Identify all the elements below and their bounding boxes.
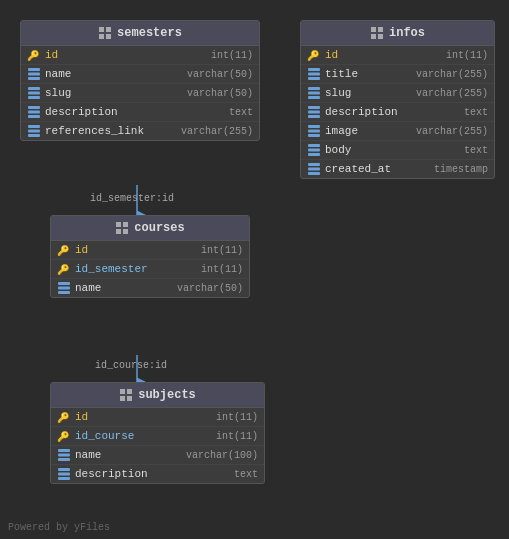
col-icon <box>307 86 321 100</box>
pk-icon: 🔑 <box>307 48 321 62</box>
svg-text:🔑: 🔑 <box>57 244 70 257</box>
table-row: description text <box>301 103 494 122</box>
col-name: slug <box>45 87 183 99</box>
col-name: id <box>75 411 212 423</box>
col-name: slug <box>325 87 412 99</box>
table-row: description text <box>51 465 264 483</box>
col-icon <box>27 86 41 100</box>
col-icon <box>27 67 41 81</box>
table-infos-name: infos <box>389 26 425 40</box>
svg-rect-6 <box>106 34 111 39</box>
svg-rect-29 <box>120 389 125 394</box>
svg-rect-26 <box>58 282 70 285</box>
col-icon <box>57 467 71 481</box>
svg-rect-47 <box>308 73 320 76</box>
table-row: 🔑 id int(11) <box>51 408 264 427</box>
svg-rect-35 <box>58 449 70 452</box>
svg-rect-44 <box>378 34 383 39</box>
table-subjects-header: subjects <box>51 383 264 408</box>
col-type: text <box>464 107 488 118</box>
svg-rect-48 <box>308 77 320 80</box>
table-row: references_link varchar(255) <box>21 122 259 140</box>
table-row: 🔑 id int(11) <box>51 241 249 260</box>
svg-rect-11 <box>28 87 40 90</box>
svg-text:🔑: 🔑 <box>57 263 70 276</box>
svg-rect-20 <box>116 222 121 227</box>
table-row: image varchar(255) <box>301 122 494 141</box>
svg-rect-12 <box>28 92 40 95</box>
col-icon <box>307 124 321 138</box>
table-semesters[interactable]: semesters 🔑 id int(11) name varchar(50) … <box>20 20 260 141</box>
col-type: varchar(255) <box>181 126 253 137</box>
svg-rect-38 <box>58 468 70 471</box>
svg-rect-21 <box>123 222 128 227</box>
table-row: name varchar(50) <box>51 279 249 297</box>
col-icon <box>307 67 321 81</box>
svg-rect-56 <box>308 130 320 133</box>
footer-text: Powered by yFiles <box>8 522 110 533</box>
svg-rect-60 <box>308 153 320 156</box>
relation-label-semester-course: id_semester:id <box>90 193 174 204</box>
svg-rect-50 <box>308 92 320 95</box>
col-icon <box>57 281 71 295</box>
svg-rect-49 <box>308 87 320 90</box>
svg-text:🔑: 🔑 <box>57 430 70 443</box>
table-courses[interactable]: courses 🔑 id int(11) 🔑 id_semester int(1… <box>50 215 250 298</box>
col-icon <box>307 143 321 157</box>
col-type: varchar(50) <box>177 283 243 294</box>
table-row: 🔑 id_course int(11) <box>51 427 264 446</box>
table-infos[interactable]: infos 🔑 id int(11) title varchar(255) sl… <box>300 20 495 179</box>
table-grid-icon <box>119 388 133 402</box>
col-type: int(11) <box>216 412 258 423</box>
col-name: name <box>75 282 173 294</box>
svg-rect-15 <box>28 111 40 114</box>
svg-rect-22 <box>116 229 121 234</box>
fk-icon: 🔑 <box>57 262 71 276</box>
table-subjects[interactable]: subjects 🔑 id int(11) 🔑 id_course int(11… <box>50 382 265 484</box>
col-name: body <box>325 144 460 156</box>
col-type: int(11) <box>211 50 253 61</box>
svg-text:🔑: 🔑 <box>57 411 70 424</box>
col-icon <box>307 162 321 176</box>
svg-rect-32 <box>127 396 132 401</box>
table-grid-icon <box>98 26 112 40</box>
table-grid-icon <box>370 26 384 40</box>
col-type: text <box>229 107 253 118</box>
table-row: slug varchar(50) <box>21 84 259 103</box>
svg-rect-46 <box>308 68 320 71</box>
table-grid-icon <box>115 221 129 235</box>
col-name: id <box>325 49 442 61</box>
svg-rect-40 <box>58 477 70 480</box>
fk-icon: 🔑 <box>57 429 71 443</box>
col-type: varchar(50) <box>187 88 253 99</box>
col-type: varchar(50) <box>187 69 253 80</box>
col-type: varchar(255) <box>416 88 488 99</box>
svg-rect-58 <box>308 144 320 147</box>
table-row: 🔑 id int(11) <box>301 46 494 65</box>
svg-rect-8 <box>28 68 40 71</box>
svg-rect-59 <box>308 149 320 152</box>
svg-rect-19 <box>28 134 40 137</box>
col-type: int(11) <box>216 431 258 442</box>
svg-rect-37 <box>58 458 70 461</box>
col-type: varchar(100) <box>186 450 258 461</box>
table-row: name varchar(100) <box>51 446 264 465</box>
table-semesters-name: semesters <box>117 26 182 40</box>
table-courses-name: courses <box>134 221 184 235</box>
svg-text:🔑: 🔑 <box>27 49 40 62</box>
col-type: int(11) <box>201 264 243 275</box>
svg-rect-54 <box>308 115 320 118</box>
svg-rect-13 <box>28 96 40 99</box>
svg-rect-5 <box>99 34 104 39</box>
col-name: id_semester <box>75 263 197 275</box>
col-type: text <box>234 469 258 480</box>
col-type: int(11) <box>201 245 243 256</box>
col-name: references_link <box>45 125 177 137</box>
svg-rect-14 <box>28 106 40 109</box>
svg-rect-36 <box>58 454 70 457</box>
svg-rect-17 <box>28 125 40 128</box>
svg-rect-9 <box>28 73 40 76</box>
col-name: name <box>75 449 182 461</box>
col-name: title <box>325 68 412 80</box>
svg-rect-23 <box>123 229 128 234</box>
